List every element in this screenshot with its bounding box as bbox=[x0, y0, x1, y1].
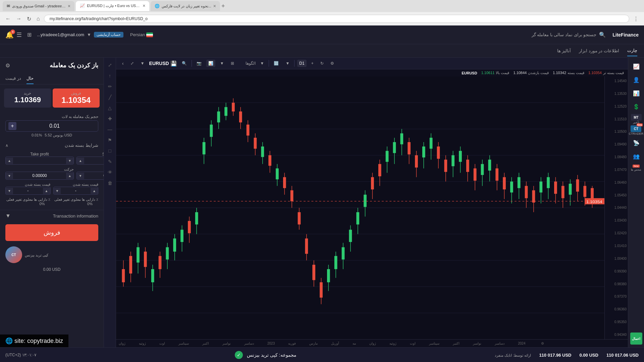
bar-chart-button[interactable]: 📊 bbox=[206, 60, 215, 67]
price-scale-3: 1.12520 bbox=[606, 105, 627, 108]
tab-now[interactable]: حال bbox=[26, 73, 34, 84]
draw-segment-icon[interactable]: — bbox=[105, 125, 115, 134]
sidebar-chart-icon[interactable]: 📈 bbox=[630, 60, 642, 72]
sidebar-rss-icon[interactable]: 📡 bbox=[630, 137, 642, 149]
nav-instrument-info[interactable]: اطلاعات در مورد ابزار bbox=[579, 46, 619, 56]
take-profit-input[interactable] bbox=[13, 157, 66, 164]
header-language[interactable]: Persian bbox=[130, 32, 153, 37]
timezone-button[interactable]: ⚙ bbox=[539, 340, 546, 347]
price-scale-1: 1.14540 bbox=[606, 79, 627, 83]
chart-type-dropdown[interactable]: ▼ bbox=[218, 60, 226, 67]
transaction-info[interactable]: ▼ Transaction information bbox=[0, 210, 104, 222]
tab-chart[interactable]: 📈 EURUSD | چارت • Euro vs US Do... × bbox=[76, 1, 149, 11]
sidebar-open-icon[interactable]: اعمال bbox=[630, 333, 642, 345]
sidebar-stats-icon[interactable]: 📊 bbox=[630, 87, 642, 99]
chart-back-button[interactable]: ‹ bbox=[120, 60, 126, 67]
stop-loss-up-button[interactable]: ▲ bbox=[77, 158, 84, 164]
reload-button[interactable]: ↻ bbox=[25, 14, 33, 23]
tab-language[interactable]: 🌐 نحوه تغییر زبان در لایت فارکس... × bbox=[151, 1, 220, 11]
nav-chart[interactable]: چارت bbox=[627, 45, 637, 56]
tab-close-chart[interactable]: × bbox=[143, 3, 145, 8]
svg-rect-13 bbox=[129, 256, 132, 274]
price-info-open: قیمت بازشدن 1.10844 bbox=[513, 71, 549, 75]
search-icon[interactable]: 🔍 bbox=[599, 32, 606, 38]
chart-dropdown-btn[interactable]: ▼ bbox=[139, 60, 147, 67]
price-sell-box[interactable]: فروش 1.10354 bbox=[53, 88, 100, 108]
draw-line-icon[interactable]: ╱ bbox=[105, 93, 115, 102]
stop-loss-input[interactable] bbox=[84, 157, 104, 164]
chart-settings-button[interactable]: ⚙ bbox=[328, 60, 336, 67]
close-price-left-down[interactable]: ▼ bbox=[54, 188, 61, 194]
timeframe-add-button[interactable]: + bbox=[309, 60, 316, 67]
move-right-up[interactable]: ▲ bbox=[66, 173, 73, 179]
close-price-left-up[interactable]: ▲ bbox=[91, 188, 98, 194]
take-profit-down-button[interactable]: ▼ bbox=[66, 158, 73, 164]
close-price-right-up[interactable]: ▲ bbox=[43, 188, 50, 194]
panel-settings-icon[interactable]: ⚙ bbox=[5, 62, 10, 69]
indicators-dropdown[interactable]: ▼ bbox=[258, 60, 266, 67]
home-button[interactable]: ⌂ bbox=[35, 14, 41, 23]
draw-eye-icon[interactable]: 👁 bbox=[105, 168, 115, 177]
price-type-button[interactable]: 🔢 bbox=[272, 60, 281, 67]
price-type-dropdown[interactable]: ▼ bbox=[283, 60, 291, 67]
lot-input[interactable] bbox=[18, 123, 91, 129]
timeframe-d1[interactable]: D1 bbox=[297, 60, 306, 67]
indicators-button[interactable] bbox=[239, 62, 243, 65]
grid-icon[interactable]: ⊞ bbox=[27, 32, 32, 38]
expand-chart-button[interactable]: ⤢ bbox=[128, 60, 136, 67]
new-tab-button[interactable]: + bbox=[221, 3, 225, 10]
move-left-down[interactable]: ▼ bbox=[77, 173, 84, 179]
price-close-val: 1.10354 bbox=[588, 71, 602, 75]
conditions-header[interactable]: ∧ شرایط بسته شدن bbox=[0, 140, 104, 150]
dropdown-icon[interactable]: ▼ bbox=[87, 32, 91, 37]
price-scale-4: 1.11510 bbox=[606, 117, 627, 121]
move-right-val[interactable] bbox=[13, 172, 66, 179]
draw-arrow-icon[interactable]: ↑ bbox=[105, 71, 115, 80]
close-price-right-down[interactable]: ▼ bbox=[6, 188, 13, 194]
chart-search-button[interactable]: 🔍 bbox=[180, 60, 189, 67]
sidebar-ctrader-item[interactable]: CT New CTRADER bbox=[629, 125, 644, 135]
drawing-toolbar: ⤢ ↑ ✏ ╱ △ ✚ — ⚑ □ ✎ 👁 🗑 bbox=[104, 58, 116, 347]
draw-flag-icon[interactable]: ⚑ bbox=[105, 135, 115, 145]
tab-close-gmail[interactable]: × bbox=[68, 3, 70, 9]
url-bar[interactable]: my.litefinance.org/fa/trading/chart?symb… bbox=[44, 15, 629, 23]
ts-2023: 2023 bbox=[267, 342, 275, 345]
tab-close-lang[interactable]: × bbox=[213, 3, 216, 9]
nav-analysis[interactable]: آنالیز ها bbox=[557, 46, 571, 56]
draw-cross-icon[interactable]: ✚ bbox=[105, 114, 115, 123]
move-left-val[interactable] bbox=[84, 172, 104, 179]
lot-decrease-button[interactable]: + bbox=[8, 122, 16, 130]
menu-icon[interactable]: ☰ bbox=[16, 31, 22, 39]
screenshot-button[interactable]: 📷 bbox=[195, 60, 204, 67]
sidebar-person-item[interactable]: 👥 New شخص ها bbox=[630, 150, 642, 171]
take-profit-up-button[interactable]: ▲ bbox=[6, 158, 13, 164]
price-buy-box[interactable]: خرید 1.10369 bbox=[4, 88, 51, 108]
move-left-section: حرکت ▲ ▼ bbox=[76, 167, 104, 180]
draw-edit-icon[interactable]: ✎ bbox=[105, 157, 115, 166]
draw-pen-icon[interactable]: ✏ bbox=[105, 82, 115, 91]
tab-gmail[interactable]: ✉ صندوق ورودی Gmail - ytradeee1@g... × bbox=[3, 1, 74, 11]
move-left-label: حرکت bbox=[76, 167, 104, 172]
move-left-input: ▲ ▼ bbox=[76, 172, 104, 180]
settings-button[interactable]: ⋮ bbox=[632, 14, 640, 23]
sidebar-user-icon[interactable]: 👤 bbox=[630, 74, 642, 86]
chart-canvas[interactable]: 1.10354 bbox=[116, 76, 604, 339]
bottom-bar: (UTC+2) ۱۳:۰۱:۰۷ ✓ مجموعه: کپی ترید بیزن… bbox=[0, 347, 644, 362]
draw-rect-icon[interactable]: □ bbox=[105, 146, 115, 156]
sidebar-mt-item[interactable]: MT تأخیر bbox=[631, 114, 642, 124]
tab-at-price[interactable]: در قیمت bbox=[5, 73, 21, 84]
compare-button[interactable]: ⊞ bbox=[229, 60, 236, 67]
sltp-header-row: Take profit ▲ ▼ Stop loss ▲ ▼ bbox=[0, 150, 104, 166]
draw-expand-icon[interactable]: ⤢ bbox=[105, 60, 115, 70]
move-right-down[interactable]: ▼ bbox=[6, 173, 13, 179]
symbol-save-icon[interactable]: 💾 bbox=[170, 60, 177, 67]
refresh-button[interactable]: ↻ bbox=[318, 60, 326, 67]
notification-area[interactable]: 🔔 8 bbox=[5, 31, 14, 39]
draw-trash-icon[interactable]: 🗑 bbox=[105, 178, 115, 188]
draw-triangle-icon[interactable]: △ bbox=[105, 103, 115, 113]
percent-right-label: ٪ دارایی ها معلوی تغییر فعلی bbox=[5, 197, 51, 202]
sidebar-dollar-icon[interactable]: 💲 bbox=[630, 101, 642, 113]
back-button[interactable]: ← bbox=[4, 14, 12, 23]
sell-button[interactable]: فروش bbox=[5, 224, 98, 241]
forward-button[interactable]: → bbox=[15, 14, 23, 23]
